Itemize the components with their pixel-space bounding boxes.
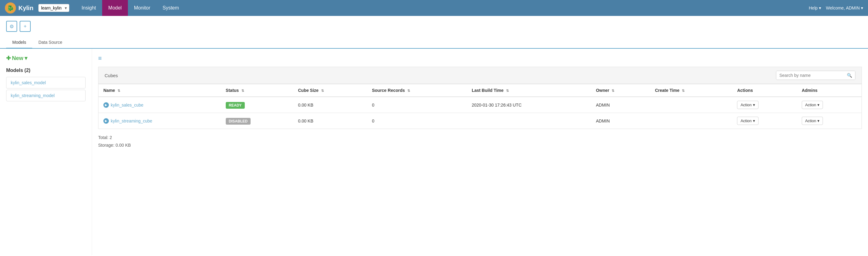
- model-link-streaming[interactable]: kylin_streaming_model: [11, 93, 55, 98]
- cell-actions: Action ▾: [732, 113, 797, 129]
- cube-icon: ▶: [103, 118, 109, 124]
- col-admins: Admins: [797, 84, 862, 97]
- sort-icon: ⇅: [407, 89, 410, 93]
- nav-item-monitor[interactable]: Monitor: [128, 0, 156, 16]
- settings-icon: ⚙: [9, 24, 14, 29]
- tab-data-source[interactable]: Data Source: [32, 37, 68, 49]
- cell-last-build-time: 2020-01-30 17:26:43 UTC: [467, 97, 591, 113]
- logo-icon: 🐉: [5, 2, 16, 13]
- sort-icon: ⇅: [506, 89, 509, 93]
- cell-admins: Action ▾: [797, 97, 862, 113]
- models-list: kylin_sales_model kylin_streaming_model: [6, 77, 86, 101]
- tabs: Models Data Source: [0, 37, 868, 49]
- admins-chevron-icon: ▾: [817, 118, 819, 123]
- cell-create-time: [650, 97, 732, 113]
- hamburger-icon[interactable]: ≡: [98, 55, 102, 62]
- app-logo: 🐉 Kylin: [5, 2, 33, 13]
- search-button[interactable]: 🔍: [844, 71, 855, 80]
- sort-icon: ⇅: [612, 89, 614, 93]
- add-button[interactable]: +: [20, 21, 31, 32]
- new-button[interactable]: ✚ New ▾: [6, 55, 86, 62]
- cubes-table: Name ⇅ Status ⇅ Cube Size ⇅ Source Recor…: [98, 84, 862, 129]
- col-status: Status ⇅: [221, 84, 293, 97]
- sort-icon: ⇅: [321, 89, 324, 93]
- new-icon: ✚: [6, 55, 11, 62]
- models-section-title: Models (2): [6, 68, 86, 73]
- table-row: ▶ kylin_sales_cube READY 0.00 KB 0 2020-…: [98, 97, 862, 113]
- cell-source-records: 0: [367, 97, 467, 113]
- project-selector-wrapper: learn_kylin: [38, 4, 69, 12]
- main-nav: Insight Model Monitor System: [75, 0, 809, 16]
- cell-last-build-time: [467, 113, 591, 129]
- cell-owner: ADMIN: [591, 113, 650, 129]
- content-area: ≡ Cubes 🔍 Name ⇅ Status: [92, 49, 868, 255]
- nav-item-model[interactable]: Model: [102, 0, 128, 16]
- col-last-build-time: Last Build Time ⇅: [467, 84, 591, 97]
- col-owner: Owner ⇅: [591, 84, 650, 97]
- col-actions: Actions: [732, 84, 797, 97]
- cell-cube-size: 0.00 KB: [293, 97, 367, 113]
- action-chevron-icon: ▾: [753, 118, 755, 123]
- cell-cube-size: 0.00 KB: [293, 113, 367, 129]
- project-selector[interactable]: learn_kylin: [38, 4, 69, 12]
- help-button[interactable]: Help ▾: [809, 5, 821, 10]
- col-name: Name ⇅: [98, 84, 221, 97]
- welcome-chevron-icon: ▾: [861, 5, 863, 10]
- welcome-label: Welcome, ADMIN: [826, 5, 860, 10]
- main-layout: ✚ New ▾ Models (2) kylin_sales_model kyl…: [0, 49, 868, 255]
- storage-label: Storage: 0.00 KB: [98, 142, 862, 149]
- admins-button-row2[interactable]: Action ▾: [802, 117, 823, 125]
- sort-icon: ⇅: [682, 89, 685, 93]
- status-badge-disabled: DISABLED: [226, 118, 251, 124]
- nav-item-insight[interactable]: Insight: [75, 0, 102, 16]
- cell-name: ▶ kylin_streaming_cube: [98, 113, 221, 129]
- col-cube-size: Cube Size ⇅: [293, 84, 367, 97]
- toolbar: ⚙ +: [0, 16, 868, 37]
- table-header-row: Name ⇅ Status ⇅ Cube Size ⇅ Source Recor…: [98, 84, 862, 97]
- list-item[interactable]: kylin_streaming_model: [6, 90, 86, 101]
- action-button-row2[interactable]: Action ▾: [737, 117, 758, 125]
- sort-icon: ⇅: [118, 89, 120, 93]
- cube-name-link-sales[interactable]: ▶ kylin_sales_cube: [103, 102, 216, 108]
- col-create-time: Create Time ⇅: [650, 84, 732, 97]
- settings-button[interactable]: ⚙: [6, 21, 17, 32]
- list-item[interactable]: kylin_sales_model: [6, 77, 86, 88]
- search-wrapper: 🔍: [776, 71, 856, 80]
- cubes-header: Cubes 🔍: [98, 67, 862, 84]
- search-input[interactable]: [776, 71, 844, 80]
- help-chevron-icon: ▾: [819, 5, 821, 10]
- admins-chevron-icon: ▾: [817, 103, 819, 107]
- action-chevron-icon: ▾: [753, 103, 755, 107]
- cell-status: READY: [221, 97, 293, 113]
- footer-stats: Total: 2 Storage: 0.00 KB: [98, 129, 862, 154]
- admins-button-row1[interactable]: Action ▾: [802, 101, 823, 109]
- tab-models[interactable]: Models: [6, 37, 32, 49]
- cell-owner: ADMIN: [591, 97, 650, 113]
- add-icon: +: [24, 24, 26, 29]
- header: 🐉 Kylin learn_kylin Insight Model Monito…: [0, 0, 868, 16]
- cube-icon: ▶: [103, 102, 109, 108]
- cell-admins: Action ▾: [797, 113, 862, 129]
- sort-icon: ⇅: [241, 89, 244, 93]
- header-right: Help ▾ Welcome, ADMIN ▾: [809, 5, 863, 10]
- cell-status: DISABLED: [221, 113, 293, 129]
- help-label: Help: [809, 5, 818, 10]
- action-button-row1[interactable]: Action ▾: [737, 101, 758, 109]
- cube-name-link-streaming[interactable]: ▶ kylin_streaming_cube: [103, 118, 216, 124]
- cell-source-records: 0: [367, 113, 467, 129]
- cell-create-time: [650, 113, 732, 129]
- nav-item-system[interactable]: System: [156, 0, 185, 16]
- status-badge-ready: READY: [226, 102, 245, 109]
- search-icon: 🔍: [847, 73, 852, 78]
- sidebar: ✚ New ▾ Models (2) kylin_sales_model kyl…: [0, 49, 92, 255]
- new-chevron-icon: ▾: [25, 55, 27, 62]
- new-label: New: [12, 55, 23, 62]
- table-row: ▶ kylin_streaming_cube DISABLED 0.00 KB …: [98, 113, 862, 129]
- model-link-sales[interactable]: kylin_sales_model: [11, 80, 46, 85]
- welcome-button[interactable]: Welcome, ADMIN ▾: [826, 5, 863, 10]
- cell-name: ▶ kylin_sales_cube: [98, 97, 221, 113]
- total-label: Total: 2: [98, 134, 862, 142]
- cell-actions: Action ▾: [732, 97, 797, 113]
- app-title: Kylin: [19, 5, 33, 12]
- cubes-title: Cubes: [104, 73, 118, 78]
